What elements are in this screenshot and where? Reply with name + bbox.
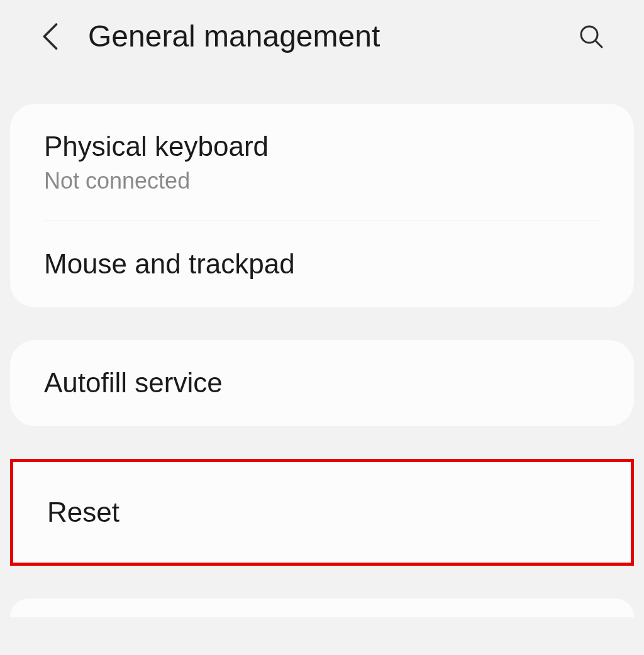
search-button[interactable] bbox=[576, 21, 606, 52]
back-button[interactable] bbox=[38, 24, 63, 49]
settings-card-autofill: Autofill service bbox=[10, 340, 634, 426]
list-item-title: Mouse and trackpad bbox=[44, 248, 600, 281]
list-item-title: Reset bbox=[47, 496, 597, 529]
list-item-title: Physical keyboard bbox=[44, 130, 600, 163]
header: General management bbox=[0, 0, 644, 79]
list-item-subtitle: Not connected bbox=[44, 167, 600, 194]
list-item-physical-keyboard[interactable]: Physical keyboard Not connected bbox=[10, 104, 634, 221]
list-item-mouse-trackpad[interactable]: Mouse and trackpad bbox=[10, 221, 634, 307]
settings-card-input-devices: Physical keyboard Not connected Mouse an… bbox=[10, 104, 634, 307]
search-icon bbox=[579, 24, 604, 49]
svg-line-1 bbox=[596, 41, 602, 47]
list-item-title: Autofill service bbox=[44, 366, 600, 400]
chevron-left-icon bbox=[41, 21, 60, 52]
list-item-reset[interactable]: Reset bbox=[13, 462, 631, 563]
page-title: General management bbox=[88, 19, 551, 53]
settings-card-partial bbox=[10, 598, 634, 617]
content: Physical keyboard Not connected Mouse an… bbox=[0, 79, 644, 617]
settings-card-reset: Reset bbox=[10, 459, 634, 566]
list-item-autofill-service[interactable]: Autofill service bbox=[10, 340, 634, 426]
